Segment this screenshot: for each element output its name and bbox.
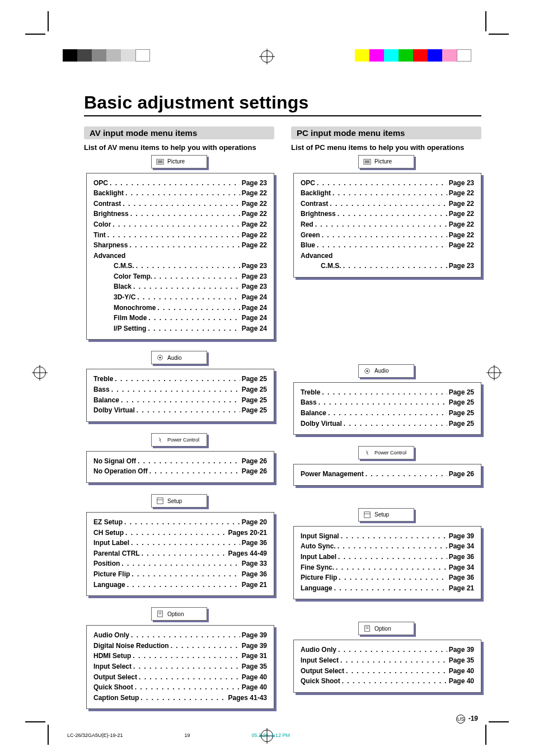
toc-page: Page 25 bbox=[449, 387, 474, 398]
toc-dots: . . . . . . . . . . . . . . . . . . . . … bbox=[332, 188, 447, 199]
toc-label: Dolby Virtual bbox=[93, 405, 135, 416]
power-tab: Power Control bbox=[358, 446, 414, 459]
toc-row: Audio Only. . . . . . . . . . . . . . . … bbox=[93, 630, 267, 641]
toc-dots: . . . . . . . . . . . . . . . . . . . . … bbox=[131, 630, 240, 641]
toc-label: Quick Shoot bbox=[301, 676, 340, 687]
toc-row: Balance. . . . . . . . . . . . . . . . .… bbox=[93, 395, 267, 406]
toc-page: Page 25 bbox=[242, 384, 267, 395]
tab-label: Power Control bbox=[374, 450, 406, 456]
grayscale-bar bbox=[63, 49, 150, 62]
audio-icon bbox=[363, 367, 371, 375]
toc-dots: . . . . . . . . . . . . . . . . . . . . … bbox=[130, 209, 240, 219]
toc-dots: . . . . . . . . . . . . . . . . . . . . … bbox=[121, 558, 240, 569]
timestamp: 05.2.28, 1:12 PM bbox=[252, 732, 291, 738]
toc-label: EZ Setup bbox=[93, 517, 123, 528]
option-icon bbox=[156, 610, 164, 618]
toc-label: Brightness bbox=[301, 209, 336, 219]
toc-page: Page 36 bbox=[449, 572, 474, 583]
toc-dots: . . . . . . . . . . . . . . . . . . . . … bbox=[123, 199, 240, 209]
toc-row: C.M.S.. . . . . . . . . . . . . . . . . … bbox=[301, 261, 474, 271]
advanced-subhead: Advanced bbox=[93, 251, 267, 261]
toc-row: Backlight. . . . . . . . . . . . . . . .… bbox=[301, 188, 474, 199]
toc-row: Color. . . . . . . . . . . . . . . . . .… bbox=[93, 219, 267, 230]
tab-label: Option bbox=[374, 626, 391, 632]
toc-label: Dolby Virtual bbox=[301, 419, 342, 429]
toc-label: Black bbox=[114, 281, 132, 292]
toc-dots: . . . . . . . . . . . . . . . . . . . . … bbox=[171, 641, 240, 651]
toc-dots: . . . . . . . . . . . . . . . . . . . . … bbox=[133, 651, 240, 661]
toc-page: Page 24 bbox=[242, 292, 267, 303]
toc-row: I/P Setting. . . . . . . . . . . . . . .… bbox=[93, 323, 267, 334]
tab-label: Audio bbox=[167, 355, 182, 361]
av-picture-panel: OPC. . . . . . . . . . . . . . . . . . .… bbox=[86, 173, 274, 340]
toc-dots: . . . . . . . . . . . . . . . . . . . . … bbox=[328, 408, 447, 419]
toc-row: Film Mode. . . . . . . . . . . . . . . .… bbox=[93, 313, 267, 323]
toc-label: Color bbox=[93, 219, 111, 230]
toc-label: Balance bbox=[301, 408, 326, 419]
toc-page: Pages 20-21 bbox=[228, 528, 267, 538]
toc-label: Audio Only bbox=[301, 645, 336, 655]
toc-page: Page 36 bbox=[449, 552, 474, 562]
toc-dots: . . . . . . . . . . . . . . . . . . . . … bbox=[317, 240, 447, 251]
toc-row: Dolby Virtual. . . . . . . . . . . . . .… bbox=[301, 419, 474, 429]
toc-row: HDMI Setup. . . . . . . . . . . . . . . … bbox=[93, 651, 267, 661]
toc-row: OPC. . . . . . . . . . . . . . . . . . .… bbox=[93, 178, 267, 189]
toc-page: Page 22 bbox=[449, 230, 474, 241]
toc-label: C.M.S. bbox=[321, 261, 341, 271]
toc-dots: . . . . . . . . . . . . . . . . . . . . … bbox=[140, 693, 226, 703]
toc-page: Page 40 bbox=[449, 676, 474, 687]
toc-dots: . . . . . . . . . . . . . . . . . . . . … bbox=[139, 672, 240, 683]
toc-page: Page 22 bbox=[449, 188, 474, 199]
toc-label: Green bbox=[301, 230, 320, 241]
toc-page: Pages 41-43 bbox=[228, 693, 267, 703]
toc-row: Picture Flip. . . . . . . . . . . . . . … bbox=[93, 569, 267, 580]
audio-icon bbox=[156, 354, 164, 361]
option-tab: Option bbox=[151, 607, 207, 621]
pc-power-panel: Power Management. . . . . . . . . . . . … bbox=[293, 464, 481, 486]
toc-label: Contrast bbox=[93, 199, 121, 209]
av-setup-panel: EZ Setup. . . . . . . . . . . . . . . . … bbox=[86, 512, 274, 596]
toc-row: Contrast. . . . . . . . . . . . . . . . … bbox=[93, 199, 267, 209]
toc-dots: . . . . . . . . . . . . . . . . . . . . … bbox=[133, 661, 240, 672]
toc-label: Power Management bbox=[301, 469, 364, 480]
toc-label: CH Setup bbox=[93, 528, 124, 538]
toc-label: Position bbox=[93, 558, 120, 569]
setup-tab: Setup bbox=[151, 494, 207, 508]
svg-rect-4 bbox=[157, 498, 163, 504]
toc-page: Page 22 bbox=[449, 199, 474, 209]
toc-label: Input Select bbox=[301, 655, 339, 666]
toc-page: Page 33 bbox=[242, 558, 267, 569]
toc-page: Page 25 bbox=[449, 397, 474, 408]
toc-row: Quick Shoot. . . . . . . . . . . . . . .… bbox=[301, 676, 474, 687]
toc-dots: . . . . . . . . . . . . . . . . . . . . … bbox=[131, 538, 240, 548]
toc-dots: . . . . . . . . . . . . . . . . . . . . … bbox=[129, 240, 240, 251]
toc-row: 3D-Y/C. . . . . . . . . . . . . . . . . … bbox=[93, 292, 267, 303]
toc-label: Bass bbox=[301, 397, 317, 408]
toc-label: Blue bbox=[301, 240, 315, 251]
toc-row: Picture Flip. . . . . . . . . . . . . . … bbox=[301, 572, 474, 583]
toc-row: Audio Only. . . . . . . . . . . . . . . … bbox=[301, 645, 474, 655]
toc-label: Digital Noise Reduction bbox=[93, 641, 169, 651]
toc-page: Page 34 bbox=[449, 541, 474, 552]
av-heading: AV input mode menu items bbox=[84, 126, 274, 139]
toc-page: Page 35 bbox=[449, 655, 474, 666]
toc-page: Page 36 bbox=[242, 569, 267, 580]
toc-page: Page 40 bbox=[242, 682, 267, 693]
av-power-panel: No Signal Off. . . . . . . . . . . . . .… bbox=[86, 451, 274, 483]
toc-dots: . . . . . . . . . . . . . . . . . . . . … bbox=[127, 580, 240, 590]
toc-row: No Operation Off. . . . . . . . . . . . … bbox=[93, 466, 267, 477]
toc-page: Page 23 bbox=[242, 178, 267, 189]
toc-page: Page 22 bbox=[449, 240, 474, 251]
toc-dots: . . . . . . . . . . . . . . . . . . . . … bbox=[346, 666, 447, 677]
toc-label: OPC bbox=[301, 178, 315, 189]
toc-label: No Operation Off bbox=[93, 466, 148, 477]
pc-picture-panel: OPC. . . . . . . . . . . . . . . . . . .… bbox=[293, 173, 481, 278]
toc-label: Caption Setup bbox=[93, 693, 139, 703]
toc-label: Monochrome bbox=[114, 303, 156, 313]
tab-label: Power Control bbox=[167, 437, 199, 443]
toc-dots: . . . . . . . . . . . . . . . . . . . . … bbox=[339, 572, 447, 583]
pc-column: PC input mode menu items List of PC menu… bbox=[291, 126, 481, 720]
toc-label: Output Select bbox=[301, 666, 344, 677]
toc-label: OPC bbox=[93, 178, 108, 189]
region-badge: US bbox=[456, 715, 465, 724]
